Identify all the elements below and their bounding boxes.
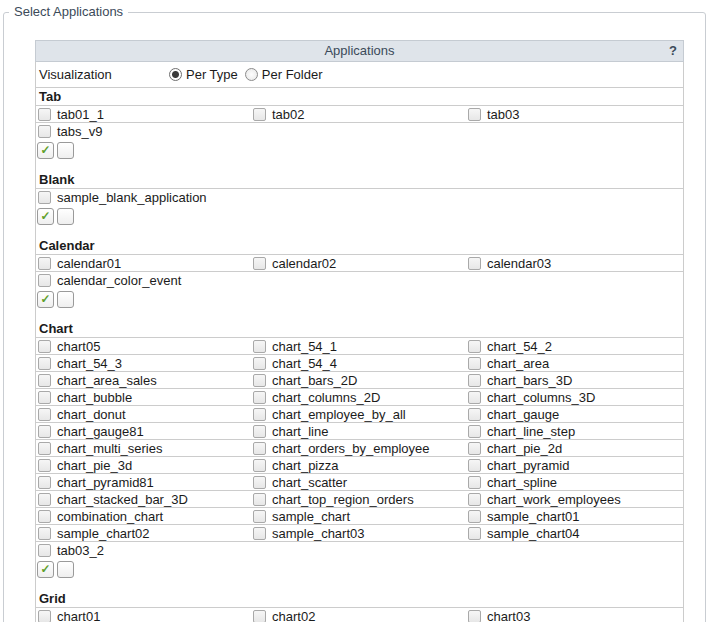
- radio-option-per-type[interactable]: Per Type: [169, 67, 238, 82]
- app-item-chart03[interactable]: chart03: [466, 609, 683, 622]
- select-all-button[interactable]: ✓: [37, 561, 54, 578]
- app-item-chart_employee_by_all[interactable]: chart_employee_by_all: [251, 407, 466, 422]
- app-item-chart02[interactable]: chart02: [251, 609, 466, 622]
- app-item-chart01[interactable]: chart01: [36, 609, 251, 622]
- app-checkbox[interactable]: [468, 476, 481, 489]
- app-item-chart_area[interactable]: chart_area: [466, 356, 683, 371]
- app-checkbox[interactable]: [253, 108, 266, 121]
- deselect-all-button[interactable]: [57, 291, 74, 308]
- app-item-chart_columns_3D[interactable]: chart_columns_3D: [466, 390, 683, 405]
- app-item-chart_gauge81[interactable]: chart_gauge81: [36, 424, 251, 439]
- app-item-chart_pie_3d[interactable]: chart_pie_3d: [36, 458, 251, 473]
- app-item-chart_orders_by_employee[interactable]: chart_orders_by_employee: [251, 441, 466, 456]
- per-folder-radio[interactable]: [245, 68, 258, 81]
- app-checkbox[interactable]: [253, 257, 266, 270]
- help-link[interactable]: ?: [669, 41, 677, 61]
- app-item-chart_line_step[interactable]: chart_line_step: [466, 424, 683, 439]
- app-checkbox[interactable]: [38, 257, 51, 270]
- app-checkbox[interactable]: [38, 408, 51, 421]
- app-checkbox[interactable]: [38, 510, 51, 523]
- app-checkbox[interactable]: [253, 493, 266, 506]
- app-checkbox[interactable]: [468, 357, 481, 370]
- app-checkbox[interactable]: [38, 442, 51, 455]
- app-item-calendar03[interactable]: calendar03: [466, 256, 683, 271]
- deselect-all-button[interactable]: [57, 561, 74, 578]
- app-item-chart_top_region_orders[interactable]: chart_top_region_orders: [251, 492, 466, 507]
- app-item-chart_line[interactable]: chart_line: [251, 424, 466, 439]
- app-checkbox[interactable]: [253, 510, 266, 523]
- app-checkbox[interactable]: [468, 459, 481, 472]
- app-item-tab03[interactable]: tab03: [466, 107, 683, 122]
- app-checkbox[interactable]: [38, 274, 51, 287]
- select-all-button[interactable]: ✓: [37, 208, 54, 225]
- app-item-sample_chart01[interactable]: sample_chart01: [466, 509, 683, 524]
- app-checkbox[interactable]: [253, 425, 266, 438]
- app-checkbox[interactable]: [468, 408, 481, 421]
- app-item-combination_chart[interactable]: combination_chart: [36, 509, 251, 524]
- app-checkbox[interactable]: [253, 610, 266, 622]
- app-checkbox[interactable]: [253, 476, 266, 489]
- app-checkbox[interactable]: [468, 340, 481, 353]
- app-checkbox[interactable]: [253, 408, 266, 421]
- app-item-chart05[interactable]: chart05: [36, 339, 251, 354]
- app-checkbox[interactable]: [468, 527, 481, 540]
- app-checkbox[interactable]: [253, 340, 266, 353]
- app-item-chart_54_1[interactable]: chart_54_1: [251, 339, 466, 354]
- app-checkbox[interactable]: [253, 391, 266, 404]
- app-item-sample_blank_application[interactable]: sample_blank_application: [36, 190, 251, 205]
- app-item-calendar_color_event[interactable]: calendar_color_event: [36, 273, 251, 288]
- app-item-chart_pizza[interactable]: chart_pizza: [251, 458, 466, 473]
- app-checkbox[interactable]: [38, 357, 51, 370]
- app-item-chart_bars_2D[interactable]: chart_bars_2D: [251, 373, 466, 388]
- app-checkbox[interactable]: [468, 374, 481, 387]
- app-item-chart_54_3[interactable]: chart_54_3: [36, 356, 251, 371]
- app-checkbox[interactable]: [468, 108, 481, 121]
- app-item-tab02[interactable]: tab02: [251, 107, 466, 122]
- app-checkbox[interactable]: [468, 493, 481, 506]
- app-item-chart_54_4[interactable]: chart_54_4: [251, 356, 466, 371]
- app-item-chart_pyramid81[interactable]: chart_pyramid81: [36, 475, 251, 490]
- app-item-chart_bars_3D[interactable]: chart_bars_3D: [466, 373, 683, 388]
- app-item-chart_gauge[interactable]: chart_gauge: [466, 407, 683, 422]
- app-checkbox[interactable]: [38, 374, 51, 387]
- select-all-button[interactable]: ✓: [37, 291, 54, 308]
- app-checkbox[interactable]: [468, 610, 481, 622]
- app-item-calendar02[interactable]: calendar02: [251, 256, 466, 271]
- app-checkbox[interactable]: [38, 493, 51, 506]
- app-item-chart_area_sales[interactable]: chart_area_sales: [36, 373, 251, 388]
- app-checkbox[interactable]: [253, 357, 266, 370]
- app-item-sample_chart02[interactable]: sample_chart02: [36, 526, 251, 541]
- app-checkbox[interactable]: [38, 544, 51, 557]
- app-item-chart_spline[interactable]: chart_spline: [466, 475, 683, 490]
- app-checkbox[interactable]: [468, 510, 481, 523]
- app-checkbox[interactable]: [253, 442, 266, 455]
- app-item-tab03_2[interactable]: tab03_2: [36, 543, 251, 558]
- deselect-all-button[interactable]: [57, 208, 74, 225]
- deselect-all-button[interactable]: [57, 142, 74, 159]
- app-checkbox[interactable]: [38, 191, 51, 204]
- app-checkbox[interactable]: [38, 527, 51, 540]
- select-all-button[interactable]: ✓: [37, 142, 54, 159]
- radio-option-per-folder[interactable]: Per Folder: [245, 67, 323, 82]
- app-checkbox[interactable]: [38, 108, 51, 121]
- app-item-sample_chart03[interactable]: sample_chart03: [251, 526, 466, 541]
- app-item-chart_scatter[interactable]: chart_scatter: [251, 475, 466, 490]
- app-item-sample_chart[interactable]: sample_chart: [251, 509, 466, 524]
- app-item-chart_54_2[interactable]: chart_54_2: [466, 339, 683, 354]
- app-checkbox[interactable]: [468, 425, 481, 438]
- app-item-sample_chart04[interactable]: sample_chart04: [466, 526, 683, 541]
- app-checkbox[interactable]: [38, 610, 51, 622]
- app-checkbox[interactable]: [468, 257, 481, 270]
- app-item-chart_columns_2D[interactable]: chart_columns_2D: [251, 390, 466, 405]
- app-item-chart_multi_series[interactable]: chart_multi_series: [36, 441, 251, 456]
- app-checkbox[interactable]: [468, 391, 481, 404]
- per-type-radio[interactable]: [169, 68, 182, 81]
- app-checkbox[interactable]: [38, 425, 51, 438]
- app-checkbox[interactable]: [38, 125, 51, 138]
- app-item-tab01_1[interactable]: tab01_1: [36, 107, 251, 122]
- app-item-chart_bubble[interactable]: chart_bubble: [36, 390, 251, 405]
- app-checkbox[interactable]: [253, 527, 266, 540]
- app-item-chart_pie_2d[interactable]: chart_pie_2d: [466, 441, 683, 456]
- app-item-calendar01[interactable]: calendar01: [36, 256, 251, 271]
- app-item-chart_stacked_bar_3D[interactable]: chart_stacked_bar_3D: [36, 492, 251, 507]
